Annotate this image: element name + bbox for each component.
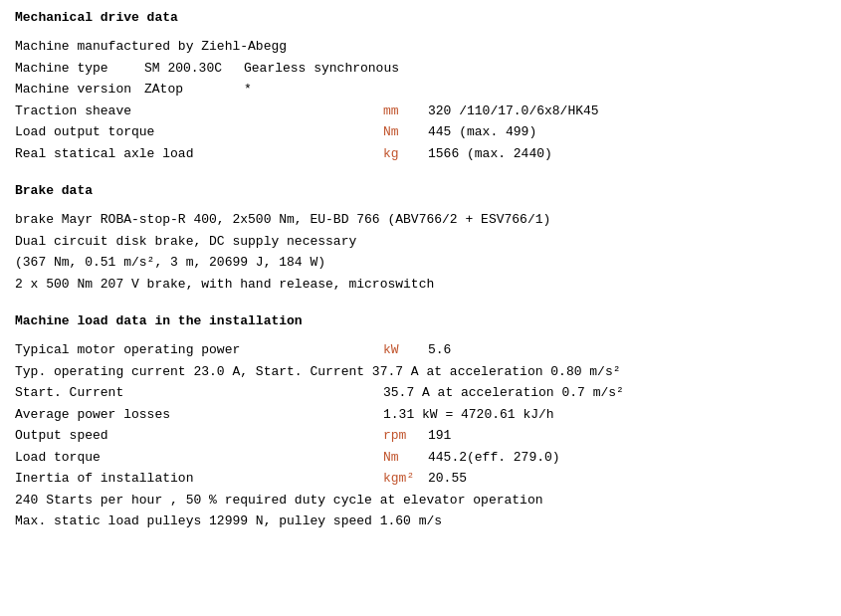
machine-version-suffix: *	[244, 80, 252, 100]
load-data-row: Average power losses 1.31 kW = 4720.61 k…	[15, 405, 826, 425]
machine-type-desc: Gearless synchronous	[244, 59, 399, 79]
row-label: Load torque	[15, 448, 383, 468]
load-data-rows: Typical motor operating power kW 5.6 Typ…	[15, 340, 826, 489]
load-data-row: Typ. operating current 23.0 A, Start. Cu…	[15, 362, 826, 382]
row-unit: kg	[383, 144, 428, 164]
row-value: 35.7 A at acceleration 0.7 m/s²	[383, 383, 624, 403]
load-footer: 240 Starts per hour , 50 % required duty…	[15, 491, 826, 531]
load-footer-line: Max. static load pulleys 12999 N, pulley…	[15, 512, 826, 531]
row-value: 1.31 kW = 4720.61 kJ/h	[383, 405, 554, 425]
machine-version-value: ZAtop	[144, 80, 244, 100]
row-unit: mm	[383, 102, 428, 121]
row-value: 1566 (max. 2440)	[428, 144, 552, 164]
load-data-row: Load torque Nm 445.2(eff. 279.0)	[15, 448, 826, 468]
row-label: Inertia of installation	[15, 469, 383, 489]
brake-line: 2 x 500 Nm 207 V brake, with hand releas…	[15, 275, 826, 295]
row-unit: kW	[383, 340, 428, 360]
machine-type-label: Machine type	[15, 59, 144, 79]
machine-version-label: Machine version	[15, 80, 144, 100]
load-footer-line: 240 Starts per hour , 50 % required duty…	[15, 491, 826, 511]
load-section: Machine load data in the installation Ty…	[15, 313, 826, 531]
row-unit: Nm	[383, 122, 428, 142]
row-label: Start. Current	[15, 383, 383, 403]
mechanical-data-row: Traction sheave mm 320 /110/17.0/6x8/HK4…	[15, 102, 826, 121]
mechanical-data-rows: Traction sheave mm 320 /110/17.0/6x8/HK4…	[15, 102, 826, 164]
machine-version-row: Machine version ZAtop *	[15, 80, 826, 100]
row-label: Traction sheave	[15, 102, 383, 121]
row-unit: Nm	[383, 448, 428, 468]
page-content: Mechanical drive data Machine manufactur…	[15, 10, 826, 531]
row-value: 445 (max. 499)	[428, 122, 536, 142]
brake-section: Brake data brake Mayr ROBA-stop-R 400, 2…	[15, 183, 826, 294]
mechanical-section: Mechanical drive data Machine manufactur…	[15, 10, 826, 163]
row-label: Average power losses	[15, 405, 383, 425]
load-data-row: Typical motor operating power kW 5.6	[15, 340, 826, 360]
mechanical-title: Mechanical drive data	[15, 10, 826, 25]
row-value: 5.6	[428, 340, 451, 360]
mechanical-data-row: Load output torque Nm 445 (max. 499)	[15, 122, 826, 142]
manufacturer-line: Machine manufactured by Ziehl-Abegg	[15, 37, 826, 57]
brake-line: (367 Nm, 0.51 m/s², 3 m, 20699 J, 184 W)	[15, 253, 826, 273]
load-data-row: Inertia of installation kgm² 20.55	[15, 469, 826, 489]
load-data-row: Start. Current 35.7 A at acceleration 0.…	[15, 383, 826, 403]
row-label: Output speed	[15, 426, 383, 446]
machine-type-value: SM 200.30C	[144, 59, 244, 79]
row-value: 20.55	[428, 469, 467, 489]
row-label: Load output torque	[15, 122, 383, 142]
brake-title: Brake data	[15, 183, 826, 198]
row-value: 191	[428, 426, 451, 446]
row-value: 320 /110/17.0/6x8/HK45	[428, 102, 599, 121]
row-label: Real statical axle load	[15, 144, 383, 164]
mechanical-data-row: Real statical axle load kg 1566 (max. 24…	[15, 144, 826, 164]
load-data-row: Output speed rpm 191	[15, 426, 826, 446]
row-unit: rpm	[383, 426, 428, 446]
load-title: Machine load data in the installation	[15, 313, 826, 328]
machine-type-row: Machine type SM 200.30C Gearless synchro…	[15, 59, 826, 79]
row-label: Typical motor operating power	[15, 340, 383, 360]
brake-lines: brake Mayr ROBA-stop-R 400, 2x500 Nm, EU…	[15, 210, 826, 294]
row-unit: kgm²	[383, 469, 428, 489]
brake-line: Dual circuit disk brake, DC supply neces…	[15, 232, 826, 252]
row-value: 445.2(eff. 279.0)	[428, 448, 560, 468]
brake-line: brake Mayr ROBA-stop-R 400, 2x500 Nm, EU…	[15, 210, 826, 230]
